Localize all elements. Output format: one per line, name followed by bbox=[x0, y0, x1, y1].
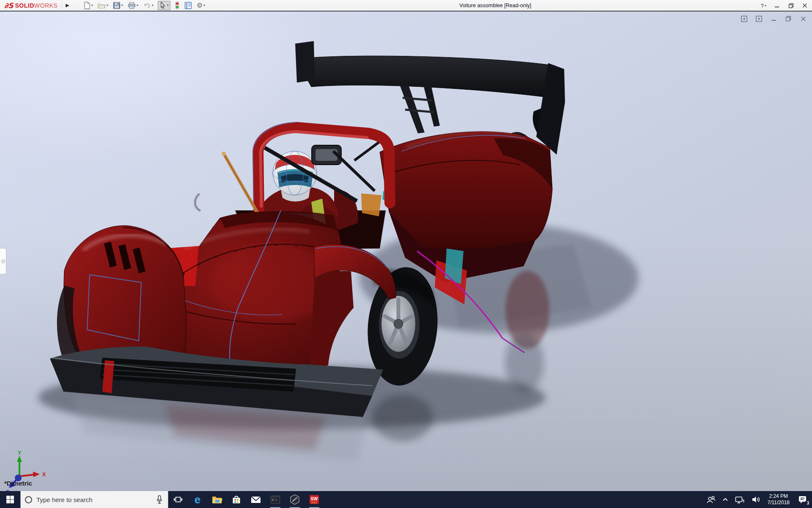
view-orientation-label: *Dimetric bbox=[4, 480, 32, 487]
select-cursor-icon bbox=[159, 2, 166, 9]
open-document-button[interactable]: ▾ bbox=[97, 1, 109, 10]
taskbar-search[interactable] bbox=[20, 491, 168, 508]
rebuild-stoplight-button[interactable] bbox=[174, 1, 180, 10]
dropdown-caret-icon[interactable]: ▾ bbox=[121, 3, 123, 7]
file-explorer-icon bbox=[211, 494, 222, 505]
open-folder-icon bbox=[98, 2, 106, 9]
svg-text:2017: 2017 bbox=[311, 501, 317, 504]
command-prompt-icon: C:\ bbox=[270, 495, 280, 504]
gear-icon: ⚙ bbox=[197, 2, 203, 9]
taskbar-app-solidworks[interactable]: SW 2017 bbox=[304, 491, 324, 508]
save-button[interactable]: ▾ bbox=[112, 1, 123, 10]
select-tool-button[interactable]: ▾ bbox=[158, 1, 170, 10]
hexagon-tool-icon bbox=[289, 494, 300, 505]
task-view-icon bbox=[173, 494, 183, 505]
triad-y-label: Y bbox=[18, 450, 21, 456]
help-button[interactable]: ? ▾ bbox=[760, 1, 767, 10]
pane-left-button[interactable] bbox=[740, 15, 748, 22]
viewport-canvas[interactable]: Y X Z *Dimetric bbox=[0, 11, 812, 491]
brand-name-bold: SOLID bbox=[15, 2, 34, 9]
clock-date: 7/11/2018 bbox=[768, 500, 790, 506]
doc-close-button[interactable] bbox=[799, 15, 807, 22]
properties-list-icon bbox=[184, 2, 192, 9]
speaker-icon bbox=[751, 495, 761, 504]
svg-text:SW: SW bbox=[311, 496, 318, 501]
svg-text:e: e bbox=[195, 494, 200, 505]
restore-icon bbox=[788, 3, 794, 8]
screen: ∂S SOLID WORKS ▶ ▾ ▾ bbox=[0, 0, 812, 508]
taskbar-app-file-explorer[interactable] bbox=[207, 491, 227, 508]
new-document-button[interactable]: ▾ bbox=[83, 1, 93, 10]
display-options-button[interactable] bbox=[184, 1, 192, 10]
notification-badge: 3 bbox=[805, 500, 811, 506]
titlebar: ∂S SOLID WORKS ▶ ▾ ▾ bbox=[0, 0, 812, 11]
dropdown-caret-icon[interactable]: ▾ bbox=[107, 3, 108, 7]
triad-x-label: X bbox=[42, 472, 46, 478]
dropdown-caret-icon[interactable]: ▾ bbox=[137, 3, 138, 7]
triad-y-arrow-icon bbox=[17, 456, 22, 462]
microsoft-store-icon bbox=[231, 494, 241, 505]
quick-toolbar: ▾ ▾ ▾ bbox=[83, 0, 206, 11]
task-view-button[interactable] bbox=[168, 491, 188, 508]
svg-text:C:\: C:\ bbox=[272, 498, 277, 502]
amber-interior-panel bbox=[361, 193, 381, 216]
solidworks-logo: ∂S SOLID WORKS bbox=[0, 0, 62, 11]
triad-x-arrow-icon bbox=[33, 472, 40, 477]
solidworks-app-icon: SW 2017 bbox=[309, 494, 320, 505]
close-button[interactable] bbox=[801, 2, 809, 9]
taskbar-app-edge[interactable]: e bbox=[188, 491, 207, 508]
stoplight-icon bbox=[175, 1, 180, 9]
options-button[interactable]: ⚙ ▾ bbox=[196, 1, 206, 10]
people-button[interactable] bbox=[703, 491, 719, 508]
minimize-icon bbox=[774, 3, 779, 8]
taskbar-app-microsoft-store[interactable] bbox=[227, 491, 246, 508]
minimize-button[interactable] bbox=[773, 2, 781, 9]
doc-minimize-button[interactable] bbox=[770, 15, 777, 22]
taskbar: e bbox=[0, 491, 812, 508]
save-floppy-icon bbox=[113, 2, 121, 9]
taskbar-app-command-prompt[interactable]: C:\ bbox=[266, 491, 285, 508]
feature-tree-flyout-tab[interactable] bbox=[0, 248, 6, 274]
restore-button[interactable] bbox=[787, 2, 795, 9]
document-title: Voiture assomblee [Read-only] bbox=[459, 0, 531, 11]
people-icon bbox=[706, 495, 716, 504]
document-window-controls bbox=[740, 15, 807, 22]
mail-icon bbox=[250, 495, 261, 504]
clock-time: 2:24 PM bbox=[769, 493, 788, 500]
system-tray: 2:24 PM 7/11/2018 3 bbox=[703, 491, 812, 508]
clock[interactable]: 2:24 PM 7/11/2018 bbox=[764, 491, 794, 508]
pane-right-button[interactable] bbox=[755, 15, 763, 22]
dropdown-caret-icon[interactable]: ▾ bbox=[152, 3, 154, 7]
show-hidden-icons-button[interactable] bbox=[719, 491, 732, 508]
undo-arrow-icon bbox=[143, 2, 151, 9]
undo-button[interactable]: ▾ bbox=[143, 1, 154, 10]
search-input[interactable] bbox=[36, 496, 151, 503]
microphone-icon[interactable] bbox=[156, 495, 163, 504]
car-3d-model[interactable] bbox=[0, 11, 812, 491]
solidworks-logo-mark-icon: ∂S bbox=[4, 1, 14, 10]
network-button[interactable] bbox=[732, 491, 748, 508]
mirror-stalk bbox=[222, 152, 257, 212]
dropdown-caret-icon[interactable]: ▾ bbox=[203, 3, 205, 7]
print-icon bbox=[128, 2, 136, 9]
start-button[interactable] bbox=[0, 491, 20, 508]
dropdown-caret-icon[interactable]: ▾ bbox=[91, 3, 93, 7]
windows-logo-icon bbox=[6, 495, 14, 504]
dropdown-caret-icon[interactable]: ▾ bbox=[765, 4, 766, 8]
print-button[interactable]: ▾ bbox=[127, 1, 139, 10]
doc-restore-button[interactable] bbox=[785, 15, 792, 22]
help-label: ? bbox=[761, 3, 764, 9]
close-icon bbox=[802, 3, 807, 8]
taskbar-app-hexagon-tool[interactable] bbox=[285, 491, 304, 508]
action-center-button[interactable]: 3 bbox=[793, 491, 812, 508]
network-ethernet-icon bbox=[735, 495, 745, 504]
new-document-icon bbox=[83, 2, 91, 9]
edge-browser-icon: e bbox=[192, 494, 203, 505]
taskbar-app-mail[interactable] bbox=[246, 491, 266, 508]
cortana-icon bbox=[25, 496, 32, 503]
chevron-up-icon bbox=[722, 496, 729, 503]
dropdown-caret-icon[interactable]: ▾ bbox=[167, 3, 169, 7]
brand-name-light: WORKS bbox=[34, 2, 58, 9]
volume-button[interactable] bbox=[748, 491, 764, 508]
menu-flyout-arrow-icon[interactable]: ▶ bbox=[62, 1, 72, 10]
